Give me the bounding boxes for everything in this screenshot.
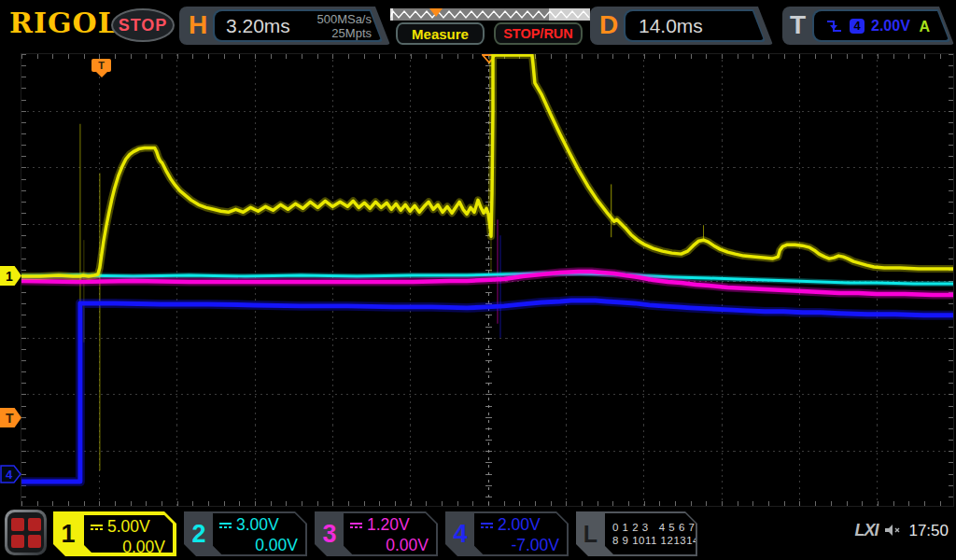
trigger-box[interactable]: 4 2.00V A (812, 9, 950, 42)
channel-3-block[interactable]: 3 1.20V 0.00V (315, 511, 438, 556)
svg-text:4: 4 (6, 468, 13, 482)
trigger-level-value: 2.00V (871, 18, 910, 35)
lxi-badge: LXI (854, 521, 878, 540)
channel-2-block[interactable]: 2 3.00V 0.00V (184, 511, 307, 556)
status-area: LXI 17:50 (854, 521, 949, 540)
waveform-traces (21, 54, 953, 506)
speaker-muted-icon[interactable] (884, 524, 902, 538)
channel-1-number: 1 (53, 511, 83, 556)
channel-1-block[interactable]: 1 5.00V 0.00V (53, 511, 176, 556)
channel-2-scale: 3.00V (236, 515, 279, 535)
trigger-sweep-mode: A (919, 19, 930, 35)
delay-menu[interactable]: D 14.0ms (590, 7, 773, 45)
logic-analyzer-block[interactable]: L 0 1 2 3 4 5 6 78 9 1011 12131415 (576, 511, 697, 556)
trigger-menu[interactable]: T 4 2.00V A (782, 7, 954, 45)
acquisition-info: 500MSa/s 25Mpts (316, 12, 372, 40)
run-state-label: STOP (119, 16, 168, 35)
timebase-box[interactable]: 3.20ms 500MSa/s 25Mpts (213, 9, 383, 42)
horizontal-menu[interactable]: H 3.20ms 500MSa/s 25Mpts (179, 7, 390, 45)
sample-rate: 500MSa/s (316, 12, 372, 26)
delay-value: 14.0ms (639, 15, 703, 37)
channel-2-offset: 0.00V (219, 536, 298, 555)
trigger-label: T (790, 10, 806, 40)
ch4-level-marker[interactable]: 4 (0, 465, 21, 484)
trigger-position-flag[interactable]: T (91, 59, 111, 72)
channel-1-scale: 5.00V (107, 517, 150, 537)
oscilloscope-screen: RIGOL STOP H 3.20ms 500MSa/s 25Mpts Meas… (0, 0, 956, 560)
channel-3-number: 3 (315, 511, 344, 556)
channel-3-scale: 1.20V (367, 515, 410, 535)
stop-run-button-label: STOP/RUN (503, 26, 573, 41)
measure-button[interactable]: Measure (396, 22, 485, 45)
trigger-source-badge: 4 (850, 19, 865, 34)
channel-2-number: 2 (184, 511, 214, 556)
dc-coupling-icon (481, 523, 493, 528)
channel-4-scale: 2.00V (498, 515, 541, 535)
stop-run-button[interactable]: STOP/RUN (494, 22, 583, 45)
channel-3-offset: 0.00V (350, 536, 429, 555)
memory-waveform-icon (390, 8, 590, 21)
dc-coupling-icon (91, 525, 103, 530)
menu-button[interactable] (5, 510, 47, 555)
channel-1-offset: 0.00V (91, 538, 165, 557)
ch1-level-marker[interactable]: 1 (0, 266, 21, 286)
measure-button-label: Measure (412, 26, 469, 42)
run-state-badge: STOP (111, 8, 175, 42)
falling-edge-icon (824, 19, 843, 34)
channel-4-number: 4 (445, 511, 475, 556)
horizontal-label: H (189, 10, 207, 40)
timebase-value: 3.20ms (226, 15, 290, 37)
clock: 17:50 (908, 522, 949, 540)
menu-grid-icon (7, 512, 44, 553)
delay-box[interactable]: 14.0ms (624, 9, 766, 42)
rigol-logo: RIGOL (9, 7, 119, 39)
digital-channel-list: 0 1 2 3 4 5 6 78 9 1011 12131415 (605, 513, 696, 554)
dc-coupling-icon (350, 523, 362, 528)
dc-coupling-icon (219, 523, 232, 528)
channel-4-block[interactable]: 4 2.00V -7.00V (445, 511, 569, 556)
channel-4-offset: -7.00V (481, 536, 559, 555)
trigger-level-marker[interactable]: T (0, 408, 21, 427)
logic-analyzer-label: L (576, 511, 605, 556)
memory-depth: 25Mpts (316, 26, 372, 40)
delay-label: D (599, 10, 618, 40)
memory-position-bar[interactable] (390, 7, 590, 20)
waveform-display: T (21, 53, 954, 507)
